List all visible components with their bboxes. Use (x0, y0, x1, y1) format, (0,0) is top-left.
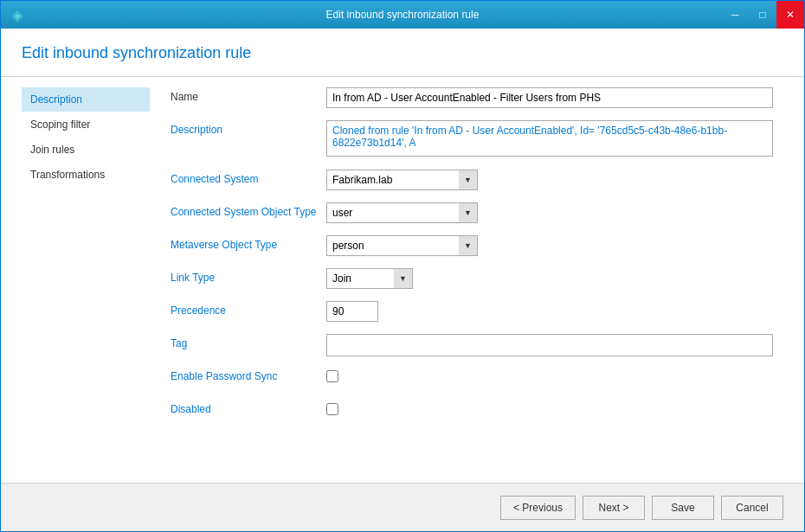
footer: < Previous Next > Save Cancel (1, 483, 804, 531)
description-label: Description (171, 120, 326, 136)
connected-system-select-wrapper: Fabrikam.lab ▼ (326, 170, 478, 190)
disabled-checkbox[interactable] (326, 403, 338, 415)
window-icon: ◈ (10, 7, 25, 22)
disabled-label: Disabled (171, 400, 326, 415)
link-type-label: Link Type (171, 268, 326, 284)
enable-password-sync-row: Enable Password Sync (171, 367, 773, 389)
tag-control (326, 334, 773, 356)
previous-button[interactable]: < Previous (500, 496, 576, 520)
enable-password-sync-checkbox[interactable] (326, 370, 338, 382)
link-type-select-wrapper: Join Provision ▼ (326, 268, 413, 289)
page-header: Edit inbound synchronization rule (1, 29, 804, 73)
metaverse-object-type-label: Metaverse Object Type (171, 235, 326, 251)
sidebar-item-join-rules[interactable]: Join rules (22, 138, 150, 162)
close-button[interactable]: ✕ (776, 1, 804, 29)
tag-input[interactable] (326, 334, 773, 356)
disabled-wrapper (326, 400, 773, 419)
description-row: Description Cloned from rule 'In from AD… (171, 120, 773, 159)
precedence-input[interactable] (326, 301, 378, 322)
connected-system-object-type-label: Connected System Object Type (171, 202, 326, 218)
cancel-button[interactable]: Cancel (721, 496, 783, 520)
sidebar-item-scoping-filter[interactable]: Scoping filter (22, 112, 150, 137)
tag-label: Tag (171, 334, 326, 349)
connected-system-object-type-row: Connected System Object Type user ▼ (171, 202, 773, 225)
name-row: Name (171, 87, 773, 110)
page-title: Edit inbound synchronization rule (22, 44, 783, 62)
save-button[interactable]: Save (652, 496, 714, 520)
enable-password-sync-label: Enable Password Sync (171, 367, 326, 382)
metaverse-object-type-row: Metaverse Object Type person ▼ (171, 235, 773, 258)
connected-system-object-type-select-wrapper: user ▼ (326, 202, 478, 223)
window-title: Edit inbound synchronization rule (326, 9, 480, 21)
connected-system-object-type-control: user ▼ (326, 202, 773, 223)
connected-system-select[interactable]: Fabrikam.lab (326, 170, 478, 190)
sidebar-item-description[interactable]: Description (22, 87, 150, 112)
next-button[interactable]: Next > (583, 496, 645, 520)
name-input[interactable] (326, 87, 773, 108)
window-controls: ─ □ ✕ (721, 1, 804, 29)
name-control (326, 87, 773, 108)
connected-system-control: Fabrikam.lab ▼ (326, 170, 773, 190)
enable-password-sync-wrapper (326, 367, 773, 386)
metaverse-object-type-select-wrapper: person ▼ (326, 235, 478, 256)
disabled-row: Disabled (171, 400, 773, 422)
precedence-row: Precedence (171, 301, 773, 324)
content-area: Edit inbound synchronization rule Descri… (1, 29, 804, 531)
connected-system-row: Connected System Fabrikam.lab ▼ (171, 170, 773, 192)
title-bar: ◈ Edit inbound synchronization rule ─ □ … (1, 1, 804, 29)
connected-system-label: Connected System (171, 170, 326, 185)
description-textarea[interactable]: Cloned from rule 'In from AD - User Acco… (326, 120, 773, 157)
metaverse-object-type-control: person ▼ (326, 235, 773, 256)
precedence-label: Precedence (171, 301, 326, 317)
precedence-control (326, 301, 773, 322)
disabled-control (326, 400, 773, 419)
main-layout: Description Scoping filter Join rules Tr… (1, 87, 804, 483)
description-control: Cloned from rule 'In from AD - User Acco… (326, 120, 773, 159)
link-type-control: Join Provision ▼ (326, 268, 773, 289)
main-window: ◈ Edit inbound synchronization rule ─ □ … (0, 0, 805, 532)
connected-system-object-type-select[interactable]: user (326, 202, 478, 223)
tag-row: Tag (171, 334, 773, 356)
maximize-button[interactable]: □ (749, 1, 776, 29)
name-label: Name (171, 87, 326, 103)
link-type-row: Link Type Join Provision ▼ (171, 268, 773, 291)
sidebar-item-transformations[interactable]: Transformations (22, 163, 150, 187)
form-area: Name Description Cloned from rule 'In fr… (160, 87, 783, 483)
sidebar: Description Scoping filter Join rules Tr… (22, 87, 160, 483)
metaverse-object-type-select[interactable]: person (326, 235, 478, 256)
minimize-button[interactable]: ─ (721, 1, 749, 29)
enable-password-sync-control (326, 367, 773, 386)
link-type-select[interactable]: Join Provision (326, 268, 413, 289)
